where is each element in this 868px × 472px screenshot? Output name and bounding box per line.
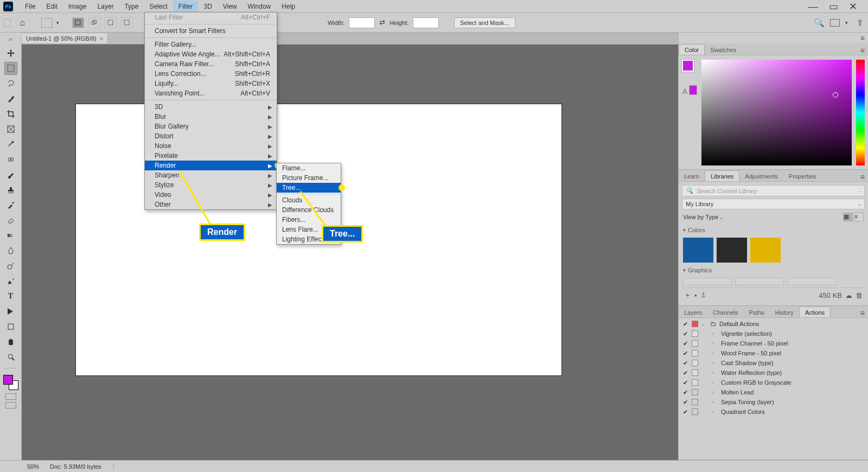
- view-by-type-select[interactable]: View by Type ⌵: [683, 214, 723, 220]
- check-icon[interactable]: ✔: [682, 409, 688, 416]
- grid-view-icon[interactable]: ▦: [843, 213, 853, 221]
- action-item[interactable]: ✔›Vignette (selection): [679, 329, 868, 339]
- swap-icon[interactable]: ⇄: [379, 18, 385, 27]
- disclosure-icon[interactable]: ›: [712, 331, 718, 336]
- check-icon[interactable]: ✔: [682, 399, 688, 406]
- filter-gallery[interactable]: Filter Gallery...: [145, 40, 277, 49]
- folder-icon[interactable]: ▪: [694, 291, 697, 299]
- filter-lens[interactable]: Lens Correction...Shift+Ctrl+R: [145, 69, 277, 79]
- filter-vanishing[interactable]: Vanishing Point...Alt+Ctrl+V: [145, 88, 277, 98]
- toolbar-menu-icon[interactable]: ››: [9, 36, 12, 42]
- libraries-sync-icon[interactable]: ⇩: [700, 291, 706, 299]
- library-search[interactable]: 🔍 Search Current Library ⌵: [682, 185, 865, 196]
- menu-help[interactable]: Help: [276, 1, 301, 12]
- check-icon[interactable]: ✔: [682, 321, 688, 328]
- disclosure-icon[interactable]: ›: [712, 390, 718, 395]
- action-item[interactable]: ✔›Molten Lead: [679, 387, 868, 397]
- panel-menu-icon[interactable]: ≡: [857, 173, 868, 181]
- zoom-display[interactable]: 50%: [27, 463, 39, 470]
- dialog-toggle[interactable]: [692, 330, 698, 337]
- dodge-tool[interactable]: [4, 259, 17, 272]
- tab-paths[interactable]: Paths: [744, 307, 770, 317]
- action-item[interactable]: ✔›Cast Shadow (type): [679, 358, 868, 368]
- disclosure-icon[interactable]: ›: [712, 370, 718, 375]
- tab-adjustments[interactable]: Adjustments: [739, 171, 783, 181]
- filter-3d[interactable]: 3D▶: [145, 102, 277, 112]
- disclosure-icon[interactable]: ›: [712, 350, 718, 356]
- graphics-section[interactable]: ▾Graphics: [682, 265, 865, 276]
- share-icon[interactable]: ⇧: [857, 18, 864, 28]
- dialog-toggle[interactable]: [692, 399, 698, 405]
- filter-camera-raw[interactable]: Camera Raw Filter...Shift+Ctrl+A: [145, 59, 277, 69]
- selection-intersect-icon[interactable]: [121, 17, 133, 28]
- window-maximize-icon[interactable]: ▭: [829, 3, 838, 10]
- menu-filter[interactable]: Filter: [173, 1, 199, 12]
- selection-new-icon[interactable]: [72, 17, 84, 28]
- filter-last[interactable]: Last FilterAlt+Ctrl+F: [145, 12, 277, 22]
- tab-channels[interactable]: Channels: [707, 307, 743, 317]
- tab-learn[interactable]: Learn: [679, 171, 705, 181]
- chevron-icon[interactable]: 〉: [112, 463, 118, 470]
- background-color[interactable]: [689, 85, 697, 95]
- library-swatch-2[interactable]: [717, 238, 747, 263]
- dialog-toggle[interactable]: [692, 369, 698, 376]
- menu-type[interactable]: Type: [119, 1, 144, 12]
- foreground-color-swatch[interactable]: [3, 375, 13, 385]
- hand-tool[interactable]: [4, 335, 17, 348]
- check-icon[interactable]: ✔: [682, 340, 688, 347]
- filter-liquify[interactable]: Liquify...Shift+Ctrl+X: [145, 79, 277, 88]
- filter-distort[interactable]: Distort▶: [145, 131, 277, 141]
- filter-pixelate[interactable]: Pixelate▶: [145, 151, 277, 161]
- hue-slider[interactable]: [856, 60, 865, 165]
- filter-other[interactable]: Other▶: [145, 200, 277, 209]
- panel-menu-icon[interactable]: ≡: [857, 309, 868, 317]
- zoom-tool[interactable]: [4, 350, 17, 363]
- disclosure-icon[interactable]: ›: [712, 341, 718, 346]
- crop-tool[interactable]: [4, 107, 17, 120]
- filter-blur-gallery[interactable]: Blur Gallery▶: [145, 122, 277, 131]
- disclosure-icon[interactable]: ›: [712, 399, 718, 405]
- path-tool[interactable]: [4, 305, 17, 318]
- filter-stylize[interactable]: Stylize▶: [145, 180, 277, 190]
- wand-tool[interactable]: [4, 92, 17, 105]
- select-and-mask-button[interactable]: Select and Mask...: [454, 17, 515, 28]
- check-icon[interactable]: ✔: [682, 350, 688, 357]
- action-item[interactable]: ✔›Custom RGB to Grayscale: [679, 378, 868, 387]
- close-tab-icon[interactable]: ×: [100, 35, 103, 42]
- heal-tool[interactable]: [4, 153, 17, 166]
- brush-tool[interactable]: [4, 168, 17, 181]
- blur-tool[interactable]: [4, 244, 17, 257]
- tab-libraries[interactable]: Libraries: [705, 170, 739, 181]
- disclosure-icon[interactable]: ⌵: [701, 321, 707, 327]
- type-tool[interactable]: T: [4, 290, 17, 303]
- filter-convert-smart[interactable]: Convert for Smart Filters: [145, 26, 277, 36]
- filter-render[interactable]: Render▶: [145, 161, 277, 170]
- dialog-toggle[interactable]: [692, 360, 698, 366]
- check-icon[interactable]: ✔: [682, 369, 688, 377]
- doc-info[interactable]: Doc: 5.93M/0 bytes: [50, 463, 101, 470]
- dialog-toggle[interactable]: [692, 379, 698, 386]
- pen-tool[interactable]: [4, 275, 17, 288]
- library-swatch-1[interactable]: [683, 238, 713, 263]
- action-item[interactable]: ✔›Wood Frame - 50 pixel: [679, 348, 868, 358]
- action-item[interactable]: ✔›Sepia Toning (layer): [679, 397, 868, 407]
- colors-section[interactable]: ▾Colors: [682, 225, 865, 235]
- menu-select[interactable]: Select: [144, 1, 173, 12]
- add-content-icon[interactable]: ＋: [684, 290, 691, 300]
- window-minimize-icon[interactable]: —: [808, 3, 818, 10]
- render-fibers[interactable]: Fibers...: [277, 215, 341, 225]
- check-icon[interactable]: ✔: [682, 360, 688, 367]
- dialog-toggle[interactable]: [692, 409, 698, 415]
- list-view-icon[interactable]: ≡: [854, 213, 864, 221]
- tab-swatches[interactable]: Swatches: [705, 44, 742, 55]
- dialog-toggle[interactable]: [692, 389, 698, 396]
- marquee-tool[interactable]: [4, 62, 17, 75]
- menu-image[interactable]: Image: [63, 1, 92, 12]
- graphic-thumb[interactable]: [735, 278, 784, 285]
- workspace-icon[interactable]: [830, 19, 840, 27]
- home-icon[interactable]: ⌂: [15, 17, 29, 29]
- action-item[interactable]: ✔›Frame Channel - 50 pixel: [679, 339, 868, 348]
- tab-history[interactable]: History: [770, 307, 799, 317]
- filter-sharpen[interactable]: Sharpen▶: [145, 170, 277, 180]
- quickmask-icon[interactable]: [5, 393, 16, 400]
